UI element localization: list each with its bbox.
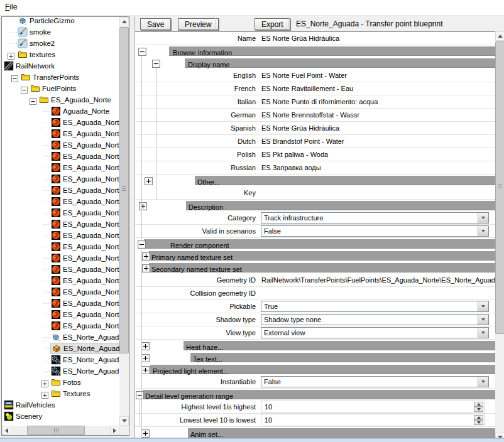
tree-scroll-up-button[interactable] [119,17,129,26]
expand-section-button[interactable] [142,264,150,272]
combo-dropdown-button[interactable] [478,226,488,236]
combo-box-pickable[interactable]: True [261,301,489,312]
collapse-section-button[interactable] [152,59,160,67]
combo-box-shadow-type[interactable]: Shadow type none [261,314,489,325]
combo-box-instantiable[interactable]: False [261,376,489,387]
tree-item[interactable]: ?ES_Aguada_Nort [3,117,119,128]
export-button[interactable]: Export [255,18,290,30]
combo-dropdown-button[interactable] [478,315,488,325]
tree-item-content: ?ES_Aguada_Nort [50,230,119,241]
tree-scroll-down-button[interactable] [119,416,129,426]
properties-scroll-up-button[interactable] [495,31,504,41]
number-field-highest-level-1is-highest[interactable]: 10 [261,401,485,413]
tree-item[interactable]: Textures [3,388,119,399]
tree-item[interactable]: textures [3,49,119,60]
tree-item[interactable]: ?ES_Aguada_Nort [3,309,119,320]
properties-vertical-scroll-thumb[interactable] [495,41,504,334]
tree-item[interactable]: ES_Aguada_Norte [3,94,119,105]
tree-item[interactable]: ?ES_Aguada_Nort [3,218,119,230]
tree-scroll-right-button[interactable] [110,426,119,435]
combo-dropdown-button[interactable] [478,328,488,338]
tree-item[interactable]: TransferPoints [3,72,119,83]
tree-item[interactable]: ?ES_Aguada_Nort [3,139,119,151]
tree-item[interactable]: smoke2 [3,38,119,49]
spinner-down-button[interactable] [474,420,483,425]
tree-item[interactable]: ES_Norte_Aguad [3,365,119,377]
tree-item[interactable]: ?ES_Aguada_Nort [3,275,119,286]
tree-item[interactable]: ?Aguada_Norte [3,105,119,117]
tree-item[interactable]: RailVehicles [3,399,119,411]
expand-section-button[interactable] [141,365,150,374]
tree-item[interactable]: ?ES_Aguada_Nort [3,173,119,185]
tree-item[interactable]: Scenery [3,411,119,422]
property-value-field[interactable]: ES Pkt paliwa - Woda [261,151,328,158]
property-value-field[interactable]: ES Norte Grúa Hidráulica [261,35,339,42]
combo-selected-value: True [264,303,278,310]
number-field-lowest-level-10-is-lowest[interactable]: 10 [261,414,485,426]
tree-item[interactable]: ?ES_Aguada_Nort [3,128,119,139]
spinner-up-button[interactable] [474,402,483,407]
collapse-icon[interactable] [21,85,28,92]
preview-button[interactable]: Preview [178,18,219,30]
tree-item[interactable]: smoke [3,26,119,38]
combo-dropdown-button[interactable] [478,377,488,387]
expand-icon[interactable] [41,390,48,397]
expand-section-button[interactable] [141,353,150,362]
tree-item[interactable]: ?ES_Aguada_Nort [3,162,119,173]
menu-file[interactable]: File [0,0,22,13]
property-row-french: FrenchES Norte Ravitaillement - Eau [135,82,495,95]
property-value-field[interactable]: RailNetwork\TransferPoints\FuelPoints\ES… [261,276,495,284]
collapse-icon[interactable] [11,73,18,80]
expand-section-button[interactable] [142,252,150,260]
collapse-icon[interactable] [30,96,36,103]
spinner-down-button[interactable] [474,407,483,412]
missing-blueprint-icon: ? [51,310,61,320]
tree-item[interactable]: ?ES_Aguada_Nort [3,298,119,309]
collapse-section-button[interactable] [138,240,146,248]
property-value-field[interactable]: ES Заправка воды [261,164,321,171]
tree-item[interactable]: ES_Norte_Aguad [3,354,119,365]
tree-item[interactable]: ?ES_Aguada_Nort [3,286,119,298]
property-value-field[interactable]: ES Norte Grúa Hidráulica [261,124,339,132]
expand-icon[interactable] [8,51,14,58]
combo-box-valid-in-scenarios[interactable]: False [261,225,489,237]
expand-section-button[interactable] [145,176,153,185]
tree-item[interactable]: ?ES_Aguada_Nort [3,185,119,196]
combo-box-view-type[interactable]: External view [261,327,489,338]
combo-box-category[interactable]: Track infrastructure [261,212,489,224]
expand-icon[interactable] [41,379,48,385]
tree-scroll-left-button[interactable] [2,426,11,435]
tree-vertical-scroll-thumb[interactable] [119,27,129,353]
save-button[interactable]: Save [140,18,171,30]
expand-section-button[interactable] [141,342,150,350]
tree-item[interactable]: ?ES_Aguada_Nort [3,151,119,162]
tree-item[interactable]: ?ES_Aguada_Nort [3,252,119,264]
property-label: Russian [135,164,259,171]
expand-section-button[interactable] [141,429,150,437]
tree-item[interactable]: ?ES_Aguada_Nort [3,320,119,332]
tree-item[interactable]: Fotos [3,377,119,388]
tree-item[interactable]: ?ES_Aguada_Nort [3,241,119,252]
property-value-field[interactable]: ES Norte Punto di rifornimento: acqua [261,98,378,105]
expand-section-button[interactable] [139,202,147,210]
tree-item[interactable]: ES_Norte_Aguad [3,343,119,354]
tree-item[interactable]: ParticleGizmo [3,18,119,26]
tree-horizontal-scroll-thumb[interactable] [27,426,85,435]
property-value-field[interactable]: ES Norte Fuel Point - Water [261,72,347,79]
tree-item-label: ES_Aguada_Nort [63,252,119,264]
tree-item[interactable]: ?ES_Aguada_Nort [3,196,119,207]
spinner-up-button[interactable] [474,415,483,420]
property-value-field[interactable]: ES Norte Brennstoffstat - Wassr [261,111,359,119]
tree-item[interactable]: RailNetwork [3,60,119,72]
collapse-section-button[interactable] [138,47,146,55]
tree-item[interactable]: ?ES_Aguada_Nort [3,264,119,275]
collapse-section-button[interactable] [136,391,144,399]
tree-item[interactable]: ?ES_Aguada_Nort [3,207,119,218]
combo-dropdown-button[interactable] [478,213,488,223]
property-value-field[interactable]: ES Norte Ravitaillement - Eau [261,85,353,92]
property-value-field[interactable]: ES Brandstof Point - Water [261,137,344,145]
combo-dropdown-button[interactable] [478,301,488,311]
tree-item[interactable]: FuelPoints [3,83,119,94]
tree-item[interactable]: ES_Norte_Aguad [3,332,119,343]
tree-item[interactable]: ?ES_Aguada_Nort [3,230,119,241]
